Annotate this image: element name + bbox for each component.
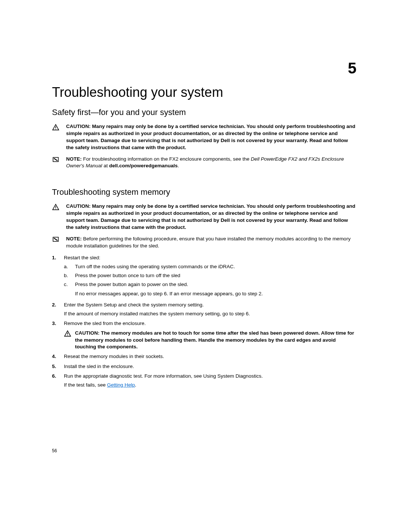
step-5: 5. Install the sled in the enclosure. <box>52 363 356 370</box>
note-text: NOTE: For troubleshooting information on… <box>66 156 356 170</box>
step-text: Run the appropriate diagnostic test. For… <box>64 373 263 379</box>
page-number: 56 <box>52 448 356 453</box>
step-number: 2. <box>52 301 60 318</box>
substep-list: a. Turn off the nodes using the operatin… <box>64 263 356 298</box>
step-number: 3. <box>52 320 60 351</box>
chapter-title: Troubleshooting your system <box>52 85 356 100</box>
caution-icon <box>52 123 61 151</box>
procedure-list: 1. Restart the sled: a. Turn off the nod… <box>52 254 356 389</box>
caution-icon <box>52 203 61 231</box>
step-text: Remove the sled from the enclosure. <box>64 321 146 326</box>
note-label: NOTE: <box>66 236 83 242</box>
svg-point-4 <box>55 208 56 209</box>
substep-num: a. <box>64 263 71 270</box>
substep-num: c. <box>64 281 71 298</box>
step-2: 2. Enter the System Setup and check the … <box>52 301 356 318</box>
note-bold-url: dell.com/poweredgemanuals <box>109 163 178 168</box>
inline-caution-block: CAUTION: The memory modules are hot to t… <box>64 330 356 351</box>
note-icon <box>52 236 61 250</box>
substep-b: b. Press the power button once to turn o… <box>64 272 356 279</box>
step-6: 6. Run the appropriate diagnostic test. … <box>52 372 356 389</box>
svg-point-1 <box>55 129 56 129</box>
note-icon <box>52 156 61 170</box>
substep-a: a. Turn off the nodes using the operatin… <box>64 263 356 270</box>
note-body: Before performing the following procedur… <box>66 236 351 249</box>
caution-body: Many repairs may only be done by a certi… <box>66 124 355 150</box>
step-number: 4. <box>52 353 60 360</box>
getting-help-link[interactable]: Getting Help <box>107 382 135 388</box>
step-text: Reseat the memory modules in their socke… <box>64 354 164 359</box>
note-label: NOTE: <box>66 156 83 162</box>
followup-pre: If the test fails, see <box>64 382 107 388</box>
note-block-2: NOTE: Before performing the following pr… <box>52 236 356 250</box>
section-safety-heading: Safety first—for you and your system <box>52 108 356 117</box>
caution-label: CAUTION: <box>66 124 92 129</box>
step-number: 6. <box>52 372 60 389</box>
caution-text: CAUTION: Many repairs may only be done b… <box>66 123 356 151</box>
followup-post: . <box>135 382 136 388</box>
substep-followup: If no error messages appear, go to step … <box>75 290 356 298</box>
caution-label: CAUTION: <box>75 330 101 336</box>
note-pre: For troubleshooting information on the F… <box>83 156 251 162</box>
step-4: 4. Reseat the memory modules in their so… <box>52 353 356 360</box>
step-followup: If the test fails, see Getting Help. <box>64 381 356 389</box>
substep-num: b. <box>64 272 71 279</box>
caution-label: CAUTION: <box>66 203 92 209</box>
substep-text: Press the power button once to turn off … <box>75 272 356 279</box>
step-text: Install the sled in the enclosure. <box>64 364 134 369</box>
svg-point-7 <box>67 335 68 336</box>
note-post: . <box>177 163 179 168</box>
substep-text: Turn off the nodes using the operating s… <box>75 263 356 270</box>
substep-text: Press the power button again to power on… <box>75 282 188 287</box>
chapter-number: 5 <box>52 59 356 77</box>
step-followup: If the amount of memory installed matche… <box>64 310 356 318</box>
caution-body: The memory modules are hot to touch for … <box>75 330 354 350</box>
section-memory-heading: Troubleshooting system memory <box>52 187 356 197</box>
substep-c: c. Press the power button again to power… <box>64 281 356 298</box>
step-number: 1. <box>52 254 60 299</box>
caution-icon <box>64 330 71 351</box>
step-number: 5. <box>52 363 60 370</box>
step-1: 1. Restart the sled: a. Turn off the nod… <box>52 254 356 299</box>
caution-body: Many repairs may only be done by a certi… <box>66 203 355 230</box>
caution-block-2: CAUTION: Many repairs may only be done b… <box>52 203 356 231</box>
caution-text-2: CAUTION: Many repairs may only be done b… <box>66 203 356 231</box>
note-block: NOTE: For troubleshooting information on… <box>52 156 356 170</box>
step-3: 3. Remove the sled from the enclosure. C… <box>52 320 356 351</box>
step-text: Enter the System Setup and check the sys… <box>64 302 204 308</box>
note-mid: at <box>102 163 109 168</box>
step-text: Restart the sled: <box>64 255 100 260</box>
note-text-2: NOTE: Before performing the following pr… <box>66 236 356 250</box>
caution-block: CAUTION: Many repairs may only be done b… <box>52 123 356 151</box>
